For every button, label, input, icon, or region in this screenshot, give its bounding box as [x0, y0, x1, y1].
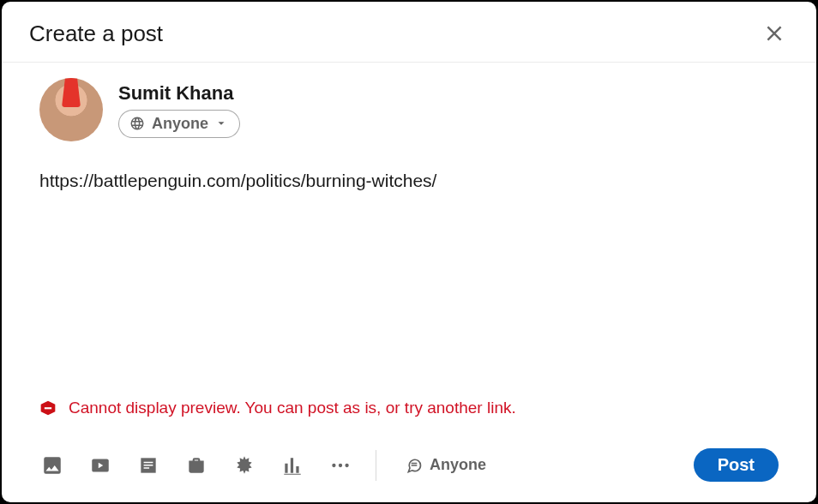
author-info: Sumit Khana Anyone: [118, 82, 240, 138]
add-poll-button[interactable]: [280, 453, 305, 478]
document-icon: [137, 454, 159, 477]
poll-icon: [281, 454, 304, 477]
author-name: Sumit Khana: [118, 82, 240, 105]
footer-divider: [376, 450, 376, 481]
svg-rect-0: [45, 407, 51, 409]
error-message: Cannot display preview. You can post as …: [69, 399, 516, 417]
close-button[interactable]: [758, 17, 791, 50]
ellipsis-icon: [329, 454, 352, 477]
footer-tools: Anyone: [39, 450, 493, 481]
error-icon: [39, 399, 57, 417]
audience-label: Anyone: [152, 115, 208, 133]
close-icon: [763, 22, 785, 45]
post-button[interactable]: Post: [694, 448, 779, 482]
modal-footer: Anyone Post: [2, 436, 816, 502]
briefcase-icon: [185, 454, 208, 477]
avatar: [39, 78, 103, 141]
add-video-button[interactable]: [87, 453, 113, 478]
starburst-icon: [233, 454, 256, 477]
more-tools-button[interactable]: [328, 453, 353, 478]
add-document-button[interactable]: [135, 453, 161, 478]
author-row: Sumit Khana Anyone: [2, 63, 816, 148]
error-row: Cannot display preview. You can post as …: [2, 399, 816, 436]
comment-icon: [406, 457, 423, 474]
svg-point-2: [332, 463, 335, 466]
svg-point-3: [339, 463, 342, 466]
celebrate-button[interactable]: [232, 453, 257, 478]
svg-point-4: [345, 463, 348, 466]
globe-icon: [129, 116, 145, 131]
add-photo-button[interactable]: [39, 453, 65, 478]
post-text-input[interactable]: https://battlepenguin.com/politics/burni…: [39, 169, 779, 306]
post-content-area: https://battlepenguin.com/politics/burni…: [2, 148, 816, 399]
comment-audience-label: Anyone: [430, 456, 486, 474]
audience-selector[interactable]: Anyone: [118, 110, 240, 138]
create-post-modal: Create a post Sumit Khana Anyone https:/…: [2, 2, 816, 502]
caret-down-icon: [215, 117, 227, 129]
video-icon: [89, 454, 111, 477]
comment-audience-button[interactable]: Anyone: [399, 453, 493, 477]
add-job-button[interactable]: [183, 453, 209, 478]
photo-icon: [41, 454, 63, 477]
modal-header: Create a post: [2, 2, 816, 63]
modal-title: Create a post: [29, 21, 163, 47]
